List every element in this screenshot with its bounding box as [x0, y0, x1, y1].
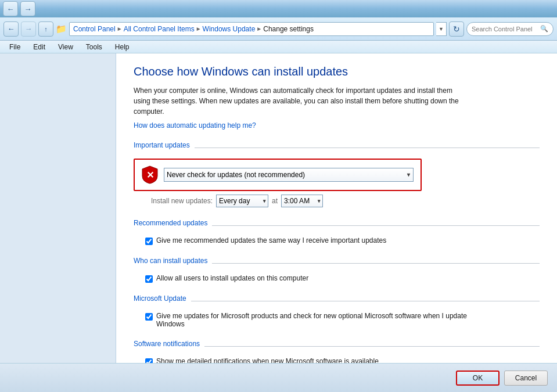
install-row: Install new updates: Every day Every wee…: [134, 195, 540, 207]
breadcrumb-current: Change settings: [263, 25, 314, 33]
menu-bar: File Edit View Tools Help: [0, 41, 557, 53]
refresh-button[interactable]: ↻: [449, 21, 464, 37]
search-icon: 🔍: [540, 25, 548, 33]
microsoft-update-section: Microsoft Update Give me updates for Mic…: [134, 291, 540, 328]
menu-view[interactable]: View: [52, 42, 79, 52]
sw-checkbox-label: Show me detailed notifications when new …: [156, 357, 379, 363]
recommended-updates-title: Recommended updates: [134, 219, 207, 227]
sep2: ►: [196, 26, 202, 32]
forward-button[interactable]: →: [20, 1, 35, 16]
page-title: Choose how Windows can install updates: [134, 65, 540, 78]
sw-checkbox[interactable]: [145, 358, 153, 363]
breadcrumb-dropdown[interactable]: ▼: [436, 22, 447, 36]
main-content: Choose how Windows can install updates W…: [0, 53, 557, 363]
shield-icon: ✕: [142, 166, 158, 184]
address-bar: ← → ↑ 📁 Control Panel ► All Control Pane…: [0, 17, 557, 41]
menu-edit[interactable]: Edit: [27, 42, 51, 52]
sep1: ►: [117, 26, 123, 32]
content-area: Choose how Windows can install updates W…: [116, 53, 557, 363]
important-updates-title: Important updates: [134, 141, 190, 149]
ok-button[interactable]: OK: [456, 371, 499, 386]
breadcrumb-all-items[interactable]: All Control Panel Items: [124, 25, 195, 33]
help-link[interactable]: How does automatic updating help me?: [134, 121, 256, 130]
breadcrumb-control-panel[interactable]: Control Panel: [73, 25, 116, 33]
page-description: When your computer is online, Windows ca…: [134, 85, 470, 117]
who-divider: [212, 263, 540, 264]
menu-help[interactable]: Help: [109, 42, 135, 52]
back-button[interactable]: ←: [3, 1, 18, 16]
who-header-row: Who can install updates: [134, 257, 540, 269]
microsoft-update-title: Microsoft Update: [134, 294, 186, 303]
menu-tools[interactable]: Tools: [80, 42, 108, 52]
important-updates-dropdown[interactable]: Install updates automatically (recommend…: [164, 168, 414, 182]
software-notifications-title: Software notifications: [134, 340, 200, 348]
ms-header-row: Microsoft Update: [134, 294, 540, 307]
folder-icon: 📁: [56, 24, 67, 34]
cancel-button[interactable]: Cancel: [504, 371, 548, 386]
software-notifications-section: Software notifications Show me detailed …: [134, 336, 540, 363]
breadcrumb-windows-update[interactable]: Windows Update: [203, 25, 256, 33]
time-dropdown[interactable]: 3:00 AM 6:00 AM 12:00 AM: [281, 195, 323, 207]
left-panel: [0, 53, 116, 363]
important-updates-section: Important updates ✕ Install updates auto…: [134, 138, 540, 207]
rec-header-row: Recommended updates: [134, 219, 540, 232]
at-label: at: [272, 197, 278, 205]
forward-nav-button[interactable]: →: [21, 21, 36, 37]
up-button[interactable]: ↑: [38, 21, 53, 37]
who-install-title: Who can install updates: [134, 257, 207, 265]
bottom-bar: OK Cancel: [0, 363, 557, 392]
rec-checkbox-row: Give me recommended updates the same way…: [145, 236, 470, 245]
sep3: ►: [256, 26, 262, 32]
time-dropdown-wrapper: 3:00 AM 6:00 AM 12:00 AM ▼: [281, 195, 323, 207]
back-nav-button[interactable]: ←: [3, 21, 19, 37]
ms-checkbox-label: Give me updates for Microsoft products a…: [156, 312, 470, 328]
recommended-updates-section: Recommended updates Give me recommended …: [134, 215, 540, 245]
title-bar: ← →: [0, 0, 557, 17]
rec-checkbox[interactable]: [145, 238, 153, 245]
who-checkbox-label: Allow all users to install updates on th…: [156, 274, 308, 282]
who-checkbox-row: Allow all users to install updates on th…: [145, 274, 470, 283]
search-input[interactable]: [472, 26, 538, 33]
important-updates-dropdown-wrapper: Install updates automatically (recommend…: [164, 168, 414, 182]
search-box: 🔍: [466, 22, 554, 36]
install-label: Install new updates:: [151, 197, 213, 205]
frequency-dropdown-wrapper: Every day Every week ▼: [216, 195, 268, 207]
svg-text:✕: ✕: [146, 170, 154, 180]
section-divider: [195, 148, 540, 148]
menu-file[interactable]: File: [3, 42, 26, 52]
ms-divider: [191, 301, 540, 301]
rec-divider: [212, 225, 540, 226]
ms-checkbox-row: Give me updates for Microsoft products a…: [145, 312, 470, 328]
important-updates-box: ✕ Install updates automatically (recomme…: [134, 159, 422, 191]
sw-checkbox-row: Show me detailed notifications when new …: [145, 357, 470, 363]
who-checkbox[interactable]: [145, 275, 153, 283]
breadcrumb-bar: Control Panel ► All Control Panel Items …: [69, 22, 434, 36]
who-install-section: Who can install updates Allow all users …: [134, 253, 540, 283]
frequency-dropdown[interactable]: Every day Every week: [216, 195, 268, 207]
ms-checkbox[interactable]: [145, 313, 153, 321]
section-header-row: Important updates: [134, 141, 540, 154]
sw-header-row: Software notifications: [134, 340, 540, 353]
sw-divider: [204, 346, 540, 347]
rec-checkbox-label: Give me recommended updates the same way…: [156, 236, 386, 244]
